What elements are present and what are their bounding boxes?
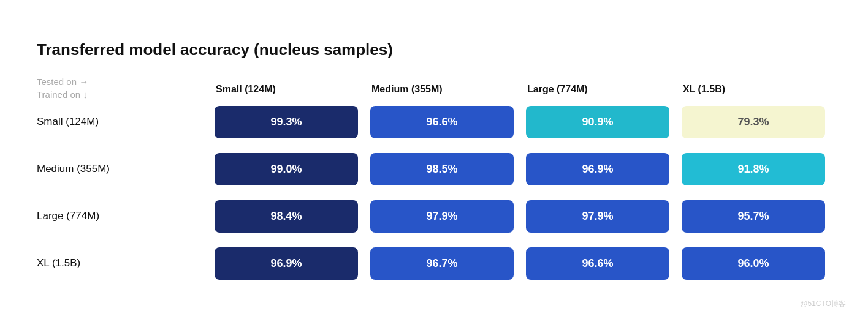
table-row: Small (124M)99.3%96.6%90.9%79.3% xyxy=(37,102,831,142)
table-body: Small (124M)99.3%96.6%90.9%79.3%Medium (… xyxy=(37,102,831,283)
col-header-3: XL (1.5B) xyxy=(676,77,831,100)
col-header-1: Medium (355M) xyxy=(364,77,520,100)
cell-value-0-0: 99.3% xyxy=(215,106,358,138)
cell-1-0: 99.0% xyxy=(208,149,364,189)
cell-1-1: 98.5% xyxy=(364,149,520,189)
cell-1-2: 96.9% xyxy=(520,149,676,189)
cell-value-2-2: 97.9% xyxy=(526,200,669,233)
cell-value-2-1: 97.9% xyxy=(370,200,514,233)
cell-value-0-3: 79.3% xyxy=(682,106,825,138)
cell-0-1: 96.6% xyxy=(364,102,520,142)
cell-value-1-2: 96.9% xyxy=(526,153,669,185)
watermark: @51CTO博客 xyxy=(800,299,846,309)
cell-0-0: 99.3% xyxy=(208,102,364,142)
cell-2-2: 97.9% xyxy=(520,196,676,236)
cell-3-3: 96.0% xyxy=(676,244,831,283)
cell-3-2: 96.6% xyxy=(520,244,676,283)
row-label-0: Small (124M) xyxy=(37,110,208,134)
cell-value-1-3: 91.8% xyxy=(682,153,825,185)
cell-0-3: 79.3% xyxy=(676,102,831,142)
cell-1-3: 91.8% xyxy=(676,149,831,189)
trained-on-label: Trained on ↓ xyxy=(37,89,208,100)
cell-value-0-2: 90.9% xyxy=(526,106,669,138)
cell-value-1-0: 99.0% xyxy=(215,153,358,185)
cell-value-2-0: 98.4% xyxy=(215,200,358,233)
row-label-2: Large (774M) xyxy=(37,204,208,228)
corner-cell: Tested on → Trained on ↓ xyxy=(37,77,208,100)
cell-3-0: 96.9% xyxy=(208,244,364,283)
table-row: Large (774M)98.4%97.9%97.9%95.7% xyxy=(37,196,831,236)
accuracy-table: Tested on → Trained on ↓ Small (124M) Me… xyxy=(37,77,831,283)
cell-value-2-3: 95.7% xyxy=(682,200,825,233)
col-header-2: Large (774M) xyxy=(520,77,676,100)
table-header-row: Tested on → Trained on ↓ Small (124M) Me… xyxy=(37,77,831,100)
cell-3-1: 96.7% xyxy=(364,244,520,283)
table-row: Medium (355M)99.0%98.5%96.9%91.8% xyxy=(37,149,831,189)
cell-value-1-1: 98.5% xyxy=(370,153,514,185)
row-label-1: Medium (355M) xyxy=(37,157,208,181)
cell-value-3-2: 96.6% xyxy=(526,247,669,280)
cell-0-2: 90.9% xyxy=(520,102,676,142)
main-card: Transferred model accuracy (nucleus samp… xyxy=(12,18,856,315)
table-row: XL (1.5B)96.9%96.7%96.6%96.0% xyxy=(37,244,831,283)
cell-value-0-1: 96.6% xyxy=(370,106,514,138)
cell-value-3-1: 96.7% xyxy=(370,247,514,280)
cell-2-3: 95.7% xyxy=(676,196,831,236)
row-label-3: XL (1.5B) xyxy=(37,251,208,275)
page-title: Transferred model accuracy (nucleus samp… xyxy=(37,40,831,59)
cell-value-3-3: 96.0% xyxy=(682,247,825,280)
cell-2-1: 97.9% xyxy=(364,196,520,236)
cell-value-3-0: 96.9% xyxy=(215,247,358,280)
cell-2-0: 98.4% xyxy=(208,196,364,236)
col-header-0: Small (124M) xyxy=(208,77,364,100)
tested-on-label: Tested on → xyxy=(37,77,208,89)
